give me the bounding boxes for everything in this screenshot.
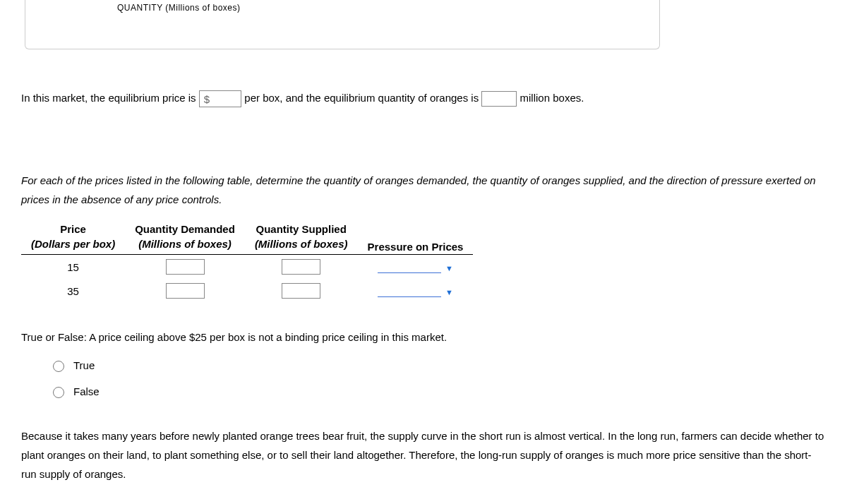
col-sub-qs: (Millions of boxes) xyxy=(245,236,358,255)
qs-input-row2[interactable] xyxy=(282,283,320,299)
chevron-down-icon: ▼ xyxy=(445,288,453,296)
eq-text-tail: million boxes. xyxy=(520,92,584,104)
radio-false[interactable] xyxy=(53,387,64,398)
col-header-qs: Quantity Supplied xyxy=(245,222,358,236)
long-run-paragraph: Because it takes many years before newly… xyxy=(21,426,826,484)
radio-label-false: False xyxy=(73,385,100,397)
radio-label-true: True xyxy=(73,359,95,371)
col-header-price: Price xyxy=(21,222,125,236)
eq-price-input[interactable] xyxy=(212,91,241,107)
col-header-pressure: Pressure on Prices xyxy=(358,236,474,255)
eq-text-pre: In this market, the equilibrium price is xyxy=(21,92,196,104)
eq-quantity-input[interactable] xyxy=(481,91,517,107)
col-header-qd: Quantity Demanded xyxy=(125,222,245,236)
eq-price-input-wrap[interactable]: $ xyxy=(199,90,241,107)
table-row: 15 ▼ xyxy=(21,255,473,280)
qs-input-row1[interactable] xyxy=(282,259,320,275)
eq-text-mid: per box, and the equilibrium quantity of… xyxy=(244,92,479,104)
final-sentence: Assuming that the long-run demand for or… xyxy=(21,500,826,504)
radio-true[interactable] xyxy=(53,361,64,372)
chevron-down-icon: ▼ xyxy=(445,264,453,272)
col-sub-price: (Dollars per box) xyxy=(21,236,125,255)
col-sub-qd: (Millions of boxes) xyxy=(125,236,245,255)
pressure-dropdown-row1[interactable]: ▼ xyxy=(378,263,453,273)
dropdown-line xyxy=(378,287,441,297)
radio-option-true[interactable]: True xyxy=(49,359,826,372)
graph-container: QUANTITY (Millions of boxes) xyxy=(25,0,660,49)
dollar-sign: $ xyxy=(200,90,212,109)
table-row: 35 ▼ xyxy=(21,279,473,303)
qd-input-row2[interactable] xyxy=(166,283,205,299)
table-instruction: For each of the prices listed in the fol… xyxy=(21,171,826,209)
dropdown-line xyxy=(378,263,441,273)
price-cell: 15 xyxy=(21,255,125,280)
price-table: Price Quantity Demanded Quantity Supplie… xyxy=(21,222,473,303)
radio-group: True False xyxy=(49,359,826,398)
price-cell: 35 xyxy=(21,279,125,303)
radio-option-false[interactable]: False xyxy=(49,385,826,398)
qd-input-row1[interactable] xyxy=(166,259,205,275)
pressure-dropdown-row2[interactable]: ▼ xyxy=(378,287,453,297)
x-axis-label: QUANTITY (Millions of boxes) xyxy=(117,3,240,13)
true-false-question: True or False: A price ceiling above $25… xyxy=(21,331,826,343)
equilibrium-sentence: In this market, the equilibrium price is… xyxy=(21,88,826,107)
